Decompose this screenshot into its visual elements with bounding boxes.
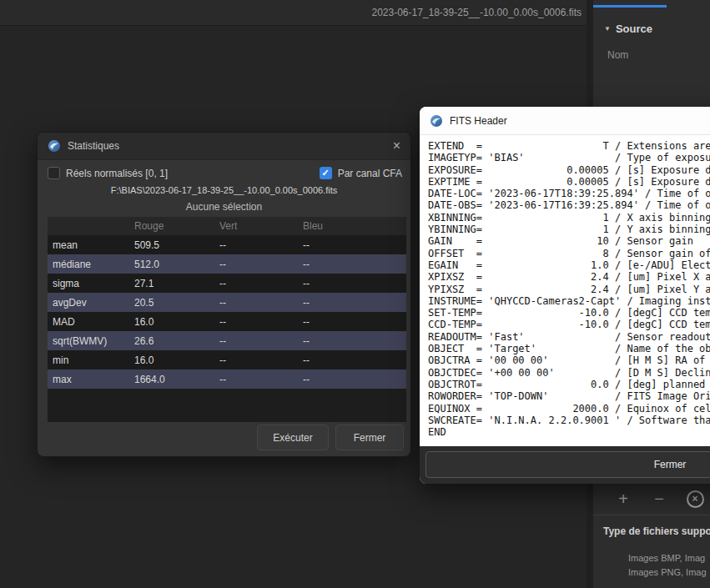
stat-bleu: -- [296, 239, 406, 251]
supported-filetypes-line: Images BMP, Imag [628, 553, 705, 563]
stat-name: max [48, 374, 128, 385]
statistics-dialog-titlebar[interactable]: Statistiques × [38, 133, 410, 160]
header-rouge[interactable]: Rouge [128, 220, 213, 232]
stat-name: min [48, 354, 128, 366]
stat-rouge: 512.0 [128, 259, 213, 270]
stat-bleu: -- [296, 374, 406, 385]
statistics-file-path: F:\BIAS\2023-06-17_18-39-25__-10.00_0.00… [38, 185, 410, 195]
active-tab-indicator [593, 5, 667, 8]
stat-bleu: -- [296, 316, 406, 328]
stat-vert: -- [213, 316, 296, 328]
header-bleu[interactable]: Bleu [296, 220, 406, 232]
fits-dialog-titlebar[interactable]: FITS Header [420, 107, 710, 135]
stat-vert: -- [213, 278, 296, 289]
stat-name: MAD [48, 316, 128, 328]
table-row-avgdev[interactable]: avgDev 20.5 -- -- [48, 293, 406, 312]
fits-close-button[interactable]: Fermer [425, 451, 710, 478]
statistics-options-row: Réels normalisés [0, 1] ✓ Par canal CFA [48, 167, 402, 179]
table-row-mean[interactable]: mean 509.5 -- -- [48, 235, 406, 254]
stat-vert: -- [213, 259, 296, 270]
stat-rouge: 16.0 [128, 316, 213, 328]
supported-filetypes-line: Images PNG, Imag [628, 567, 707, 577]
statistics-dialog: Statistiques × Réels normalisés [0, 1] ✓… [37, 132, 411, 457]
source-section-label: Source [616, 23, 652, 35]
table-row-mediane[interactable]: médiane 512.0 -- -- [48, 254, 406, 274]
checkbox-unchecked-icon[interactable] [48, 167, 60, 179]
circled-x-icon: × [687, 490, 704, 508]
table-row-max[interactable]: max 1664.0 -- -- [48, 369, 406, 389]
panel-separator [593, 515, 710, 515]
minus-icon: − [654, 490, 664, 509]
stat-rouge: 27.1 [128, 278, 213, 289]
cfa-checkbox-label: Par canal CFA [338, 168, 402, 179]
execute-button[interactable]: Exécuter [257, 425, 329, 450]
fits-header-dialog: FITS Header EXTEND = T / Extensions are … [420, 107, 710, 484]
selection-status-text: Aucune sélection [38, 201, 410, 213]
stat-vert: -- [213, 374, 296, 385]
loaded-image-filename: 2023-06-17_18-39-25__-10.00_0.00s_0006.f… [371, 7, 582, 18]
table-header-row: Rouge Vert Bleu [48, 217, 406, 235]
table-row-min[interactable]: min 16.0 -- -- [48, 350, 406, 369]
dialog-action-buttons: Exécuter Fermer [257, 425, 404, 450]
stat-bleu: -- [296, 259, 406, 270]
close-button[interactable]: Fermer [335, 425, 404, 450]
image-title-bar: 2023-06-17_18-39-25__-10.00_0.00s_0006.f… [0, 0, 587, 26]
plus-icon: + [618, 490, 628, 509]
fits-header-text: EXTEND = T / Extensions are IMAGETYP= 'B… [420, 135, 710, 438]
fits-dialog-footer: Fermer [420, 446, 710, 484]
close-image-button[interactable]: × [683, 487, 707, 510]
stat-bleu: -- [296, 278, 406, 289]
stat-name: avgDev [48, 297, 128, 309]
fits-header-textview[interactable]: EXTEND = T / Extensions are IMAGETYP= 'B… [420, 135, 710, 446]
zoom-in-button[interactable]: + [612, 487, 635, 510]
stat-name: sigma [48, 278, 128, 289]
stat-rouge: 26.6 [128, 335, 213, 347]
header-vert[interactable]: Vert [213, 220, 296, 232]
stat-bleu: -- [296, 335, 406, 347]
stat-bleu: -- [296, 354, 406, 366]
zoom-out-button[interactable]: − [647, 487, 671, 510]
column-header-nom[interactable]: Nom [607, 49, 628, 61]
app-icon [48, 139, 61, 153]
stat-vert: -- [213, 354, 296, 366]
stat-rouge: 16.0 [128, 354, 213, 366]
normalized-checkbox[interactable]: Réels normalisés [0, 1] [48, 167, 168, 179]
source-section-header[interactable]: ▼ Source [604, 23, 652, 35]
fits-dialog-title: FITS Header [450, 115, 507, 127]
stat-name: mean [48, 239, 128, 251]
table-row-mad[interactable]: MAD 16.0 -- -- [48, 312, 406, 331]
stat-rouge: 20.5 [128, 297, 213, 309]
stat-rouge: 509.5 [128, 239, 213, 251]
table-row-sigma[interactable]: sigma 27.1 -- -- [48, 274, 406, 293]
close-icon[interactable]: × [393, 139, 400, 153]
normalized-checkbox-label: Réels normalisés [0, 1] [66, 168, 168, 179]
stat-name: sqrt(BWMV) [48, 335, 128, 347]
stat-vert: -- [213, 239, 296, 251]
stat-bleu: -- [296, 297, 406, 309]
stat-name: médiane [48, 259, 128, 270]
stat-vert: -- [213, 297, 296, 309]
chevron-down-icon: ▼ [604, 25, 611, 33]
app-icon [430, 114, 443, 128]
supported-filetypes-title: Type de fichiers support [603, 525, 710, 537]
statistics-dialog-title: Statistiques [68, 140, 386, 152]
stat-vert: -- [213, 335, 296, 347]
statistics-table: Rouge Vert Bleu mean 509.5 -- -- médiane… [48, 217, 406, 422]
stat-rouge: 1664.0 [128, 374, 213, 385]
cfa-channel-checkbox[interactable]: ✓ Par canal CFA [320, 167, 402, 179]
table-row-sqrtbwmv[interactable]: sqrt(BWMV) 26.6 -- -- [48, 331, 406, 350]
checkbox-checked-icon[interactable]: ✓ [320, 167, 332, 179]
